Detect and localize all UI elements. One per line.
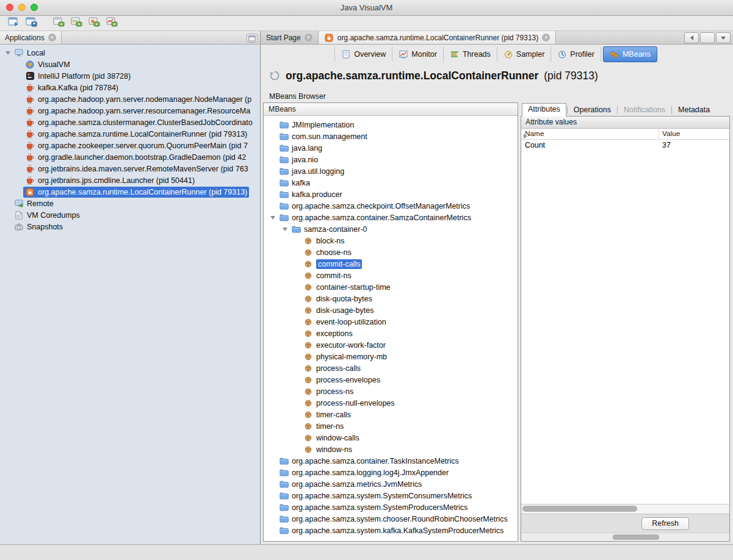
application-tree-item[interactable]: Snapshots (0, 221, 260, 232)
mbean-tree-item[interactable]: org.apache.samza.system.kafka.KafkaSyste… (264, 525, 518, 536)
collapse-toggle-icon[interactable] (5, 51, 10, 55)
mbean-tree-item[interactable]: executor-work-factor (264, 339, 518, 351)
applications-tab[interactable]: Applications × (0, 31, 62, 44)
view-tab-profiler[interactable]: Profiler (551, 47, 601, 62)
application-tree-item[interactable]: org.apache.hadoop.yarn.server.resourcema… (0, 105, 260, 117)
mbean-tree-item[interactable]: window-ns (264, 443, 518, 455)
application-tree-item[interactable]: Local (0, 47, 260, 59)
panel-hscrollbar[interactable] (521, 533, 729, 541)
mbean-tree-item[interactable]: commit-calls (264, 258, 518, 270)
column-header-name[interactable]: Name (521, 129, 659, 139)
mbean-tree-item[interactable]: org.apache.samza.system.SystemProducersM… (264, 501, 518, 513)
collapse-toggle-icon[interactable] (270, 216, 275, 220)
application-label: org.apache.hadoop.yarn.server.nodemanage… (38, 95, 251, 104)
mbean-tree-item[interactable]: org.apache.samza.logging.log4j.JmxAppend… (264, 467, 518, 478)
tab-start-page[interactable]: Start Page × (261, 31, 319, 44)
application-tree-item[interactable]: org.apache.samza.clustermanager.ClusterB… (0, 117, 260, 128)
mbean-tree-item[interactable]: java.lang (264, 142, 518, 154)
application-snapshot-button[interactable] (51, 17, 66, 30)
minimize-panel-button[interactable] (247, 34, 258, 43)
mbean-tree-item[interactable]: disk-quota-bytes (264, 293, 518, 304)
tab-local-container-runner[interactable]: org.apache.samza.runtime.LocalContainerR… (319, 31, 557, 44)
mbean-tree-item[interactable]: event-loop-utilization (264, 316, 518, 328)
scrollbar-thumb[interactable] (613, 534, 659, 540)
mbean-tree-item[interactable]: process-null-envelopes (264, 397, 518, 409)
view-tab-sampler[interactable]: Sampler (497, 47, 552, 62)
application-tree-item[interactable]: VM Coredumps (0, 209, 260, 221)
application-tree-item[interactable]: org.apache.zookeeper.server.quorum.Quoru… (0, 140, 260, 151)
mbean-tree-item[interactable]: org.apache.samza.container.SamzaContaine… (264, 212, 518, 223)
mbean-label: exceptions (316, 329, 353, 338)
application-tree-item[interactable]: org.jetbrains.jps.cmdline.Launcher (pid … (0, 174, 260, 186)
mbean-tree-item[interactable]: com.sun.management (264, 131, 518, 142)
attr-tab-attributes[interactable]: Attributes (522, 103, 566, 117)
view-tab-overview[interactable]: Overview (334, 47, 392, 62)
window-titlebar[interactable]: Java VisualVM (0, 0, 733, 16)
mbean-tree-item[interactable]: org.apache.samza.system.chooser.RoundRob… (264, 513, 518, 525)
scrollbar-thumb[interactable] (522, 506, 637, 512)
application-tree-item[interactable]: org.apache.samza.runtime.LocalContainerR… (0, 128, 260, 140)
application-tree-item[interactable]: org.gradle.launcher.daemon.bootstrap.Gra… (0, 151, 260, 163)
mbean-tree-item[interactable]: exceptions (264, 328, 518, 339)
folder-icon (279, 468, 289, 477)
application-tree-item[interactable]: VisualVM (0, 59, 260, 70)
close-applications-tab-icon[interactable]: × (48, 34, 56, 41)
refresh-button[interactable]: Refresh (641, 517, 689, 530)
next-tab-button[interactable] (700, 32, 715, 43)
application-tree-item[interactable]: org.apache.samza.runtime.LocalContainerR… (0, 186, 260, 198)
mbean-tree-item[interactable]: org.apache.samza.container.TaskInstanceM… (264, 455, 518, 467)
application-tree-item[interactable]: IntelliJ Platform (pid 38728) (0, 70, 260, 82)
mbean-tree-item[interactable]: samza-container-0 (264, 223, 518, 235)
attributes-hscrollbar[interactable] (521, 504, 729, 514)
tab-separator (671, 106, 672, 114)
attribute-row[interactable]: Count37 (521, 140, 729, 151)
mbean-tree-item[interactable]: process-calls (264, 362, 518, 374)
view-tab-mbeans[interactable]: MBeans (603, 46, 657, 62)
load-snapshot-button[interactable] (6, 17, 21, 30)
mbean-tree-item[interactable]: process-ns (264, 386, 518, 397)
tree-row-content: org.gradle.launcher.daemon.bootstrap.Gra… (23, 152, 248, 163)
mbean-tree-item[interactable]: timer-ns (264, 420, 518, 432)
mbean-label: commit-ns (316, 271, 352, 280)
mbean-tree-item[interactable]: java.nio (264, 154, 518, 165)
mbean-tree-item[interactable]: org.apache.samza.checkpoint.OffsetManage… (264, 200, 518, 212)
application-tree-item[interactable]: org.jetbrains.idea.maven.server.RemoteMa… (0, 163, 260, 174)
view-tab-label: Monitor (411, 50, 437, 59)
profiler-snapshot-button[interactable] (104, 17, 119, 30)
tree-row-content: Snapshots (12, 221, 65, 232)
mbean-tree-item[interactable]: java.util.logging (264, 165, 518, 177)
thread-dump-button[interactable] (69, 17, 84, 30)
mbean-tree-item[interactable]: kafka (264, 177, 518, 188)
mbean-tree-item[interactable]: process-envelopes (264, 374, 518, 386)
mbean-tree-item[interactable]: container-startup-time (264, 281, 518, 293)
mbean-tree-item[interactable]: choose-ns (264, 246, 518, 258)
heap-dump-button[interactable] (87, 17, 101, 30)
attr-tab-metadata[interactable]: Metadata (673, 104, 715, 116)
mbean-tree-item[interactable]: commit-ns (264, 270, 518, 281)
mbean-tree-item[interactable]: block-ns (264, 235, 518, 246)
application-label: kafka.Kafka (pid 78784) (38, 84, 118, 92)
application-tree-item[interactable]: org.apache.hadoop.yarn.server.nodemanage… (0, 93, 260, 105)
mbean-tree-item[interactable]: org.apache.samza.system.SystemConsumersM… (264, 490, 518, 501)
column-header-value[interactable]: Value (659, 129, 729, 139)
application-tree-item[interactable]: kafka.Kafka (pid 78784) (0, 82, 260, 93)
view-tab-threads[interactable]: Threads (444, 47, 497, 62)
tree-row-content: org.apache.samza.system.SystemProducersM… (277, 502, 469, 513)
mbean-tree-item[interactable]: physical-memory-mb (264, 351, 518, 362)
mbean-tree-item[interactable]: org.apache.samza.metrics.JvmMetrics (264, 478, 518, 490)
mbean-tree-item[interactable]: kafka.producer (264, 188, 518, 200)
mbean-tree-item[interactable]: window-calls (264, 432, 518, 443)
mbean-tree-item[interactable]: JMImplementation (264, 119, 518, 131)
application-tree-item[interactable]: Remote (0, 198, 260, 209)
mbean-label: org.apache.samza.system.kafka.KafkaSyste… (292, 526, 504, 535)
close-tab-icon[interactable]: × (542, 34, 550, 41)
tab-list-button[interactable] (716, 32, 731, 43)
previous-tab-button[interactable] (684, 32, 699, 43)
save-snapshot-button[interactable] (24, 17, 38, 30)
mbean-tree-item[interactable]: disk-usage-bytes (264, 304, 518, 316)
mbean-tree-item[interactable]: timer-calls (264, 409, 518, 420)
attr-tab-operations[interactable]: Operations (568, 104, 616, 116)
view-tab-monitor[interactable]: Monitor (392, 47, 444, 62)
collapse-toggle-icon[interactable] (283, 228, 287, 231)
close-tab-icon[interactable]: × (305, 34, 312, 41)
